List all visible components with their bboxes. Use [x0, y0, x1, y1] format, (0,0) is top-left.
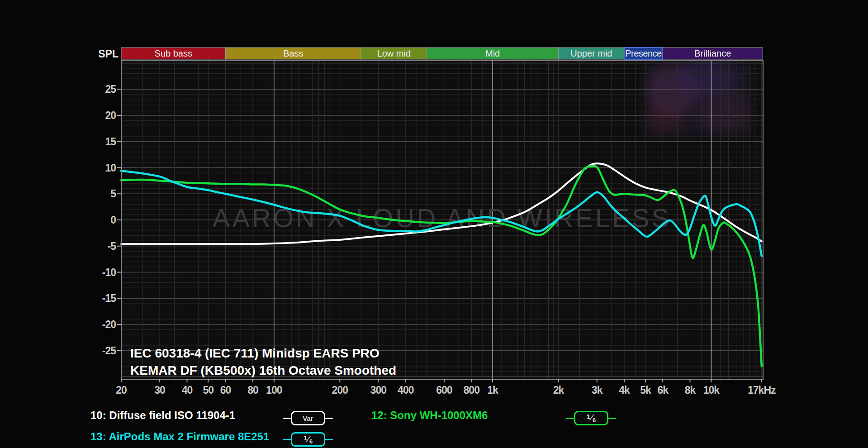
- y-axis-tick-label: -5: [108, 240, 117, 252]
- watermark-image-blob: [645, 59, 751, 136]
- frequency-band-label: Mid: [485, 48, 500, 58]
- y-axis-tick-label: -20: [102, 319, 116, 330]
- frequency-response-app: AARON X LOUD AND WIRELESS IEC 60318-4 (I…: [0, 0, 868, 448]
- badge-wire-left: [283, 418, 291, 419]
- spl-axis-label: SPL: [98, 48, 119, 60]
- frequency-band-label: Sub bass: [155, 48, 192, 58]
- x-axis-tick-label: 1k: [487, 384, 498, 396]
- x-axis-tick-label: 8k: [685, 384, 696, 396]
- badge-wire-right: [608, 418, 616, 419]
- y-axis-tick-label: 20: [105, 110, 116, 121]
- y-axis-tick-label: -10: [102, 267, 116, 278]
- legend-smoothing-badge-airpods-max-2[interactable]: 1⁄6: [283, 432, 333, 447]
- frequency-band-label: Upper mid: [570, 48, 612, 58]
- x-axis-tick-label: 4k: [619, 384, 630, 396]
- x-axis-tick-label: 30: [154, 384, 165, 396]
- x-axis-tick-label: 40: [182, 384, 193, 396]
- x-axis-tick-label: 20: [116, 384, 127, 396]
- frequency-band-label: Presence: [625, 48, 662, 58]
- badge-wire-left: [283, 439, 291, 440]
- y-axis-tick-label: 15: [105, 136, 116, 148]
- badge-wire-left: [566, 418, 574, 419]
- x-axis-tick-label: 100: [266, 384, 282, 396]
- x-axis-tick-label: 10k: [703, 384, 720, 396]
- badge-wire-right: [325, 439, 333, 440]
- frequency-band-label: Bass: [283, 48, 303, 58]
- badge-box: 1⁄6: [291, 432, 325, 447]
- badge-box: Var: [291, 411, 325, 425]
- x-axis-tick-label: 50: [203, 384, 214, 396]
- y-axis-tick-label: -25: [102, 345, 116, 357]
- badge-wire-right: [325, 418, 333, 419]
- legend-smoothing-badge-diffuse-field[interactable]: Var: [283, 411, 333, 425]
- legend-item-sony-wh1000xm6[interactable]: 12: Sony WH-1000XM6: [371, 409, 488, 422]
- badge-fraction-denominator: 6: [593, 417, 596, 424]
- badge-fraction-slash: ⁄: [591, 413, 592, 423]
- x-axis-tick-label: 60: [220, 384, 231, 396]
- x-axis-tick-label: 17kHz: [748, 384, 776, 396]
- legend-item-diffuse-field[interactable]: 10: Diffuse field ISO 11904-1: [90, 409, 235, 422]
- annotation-line1: IEC 60318-4 (IEC 711) Minidsp EARS PRO: [130, 346, 379, 360]
- y-axis-tick-label: 5: [110, 188, 116, 200]
- x-axis-tick-label: 3k: [592, 384, 603, 396]
- y-axis-tick-label: -15: [102, 292, 116, 304]
- frequency-band-label: Brilliance: [694, 48, 731, 58]
- x-axis-tick-label: 80: [247, 384, 258, 396]
- frequency-response-chart[interactable]: AARON X LOUD AND WIRELESS IEC 60318-4 (I…: [0, 0, 868, 448]
- x-axis-tick-label: 400: [398, 384, 414, 396]
- frequency-band-label: Low mid: [377, 48, 411, 58]
- legend-item-airpods-max-2[interactable]: 13: AirPods Max 2 Firmware 8E251: [90, 430, 269, 443]
- badge-fraction-slash: ⁄: [308, 434, 309, 444]
- y-axis-tick-label: 25: [105, 83, 116, 95]
- badge-fraction-denominator: 6: [309, 438, 313, 445]
- badge-fraction-numerator: 1: [587, 413, 590, 420]
- x-axis-tick-label: 300: [370, 384, 387, 396]
- x-axis-tick-label: 600: [436, 384, 452, 396]
- badge-box: 1⁄6: [574, 411, 608, 425]
- badge-fraction-numerator: 1: [304, 434, 307, 442]
- x-axis-tick-label: 2k: [553, 384, 564, 396]
- x-axis-tick-label: 800: [464, 384, 480, 396]
- x-axis-tick-label: 6k: [657, 384, 669, 396]
- badge-text: Var: [303, 415, 313, 422]
- y-axis-tick-label: 0: [110, 214, 116, 226]
- annotation-line2: KEMAR DF (KB500x) 16th Octave Smoothed: [130, 363, 396, 377]
- x-axis-tick-label: 200: [332, 384, 348, 396]
- legend-smoothing-badge-sony-wh1000xm6[interactable]: 1⁄6: [566, 411, 616, 425]
- y-axis-tick-label: 10: [105, 162, 116, 174]
- x-axis-tick-label: 5k: [640, 384, 651, 396]
